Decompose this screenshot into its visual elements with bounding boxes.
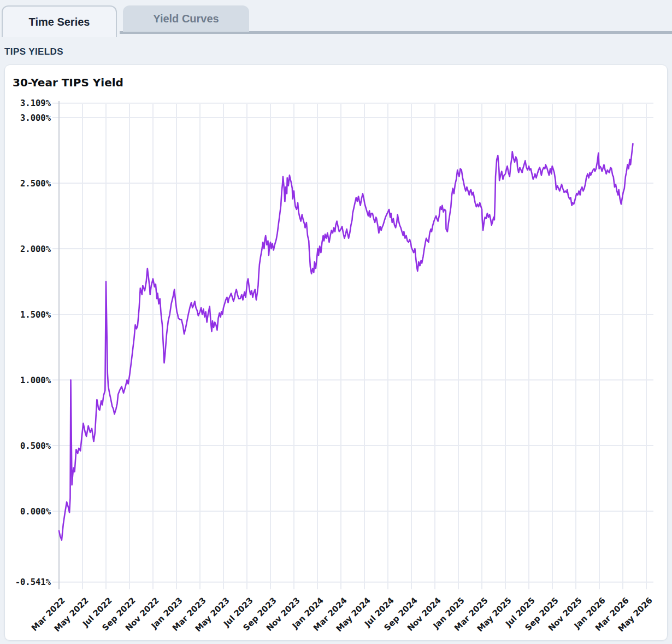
y-tick-label: 3.109% [20,98,51,108]
y-tick-label: 2.500% [20,179,51,189]
y-tick-label: 1.500% [20,310,51,320]
y-tick-label: 3.000% [20,113,51,123]
section-title: TIPS YIELDS [4,46,63,57]
chart-title: 30-Year TIPS Yield [13,76,123,89]
y-tick-label: 2.000% [20,244,51,254]
chart-card: 30-Year TIPS Yield 3.109%3.000%2.500%2.0… [4,65,668,641]
tab-yield-curves[interactable]: Yield Curves [123,5,249,32]
y-tick-label: -0.541% [15,577,51,587]
yield-line-series [59,144,633,540]
tab-yield-curves-label: Yield Curves [153,13,219,25]
tab-time-series[interactable]: Time Series [2,5,117,37]
y-tick-label: 1.000% [20,376,51,385]
tab-time-series-label: Time Series [29,16,90,28]
y-tick-label: 0.500% [20,441,51,451]
y-tick-label: 0.000% [20,507,51,517]
tips-yield-chart: 3.109%3.000%2.500%2.000%1.500%1.000%0.50… [5,93,666,639]
tab-bar: Time Series Yield Curves [0,0,672,37]
